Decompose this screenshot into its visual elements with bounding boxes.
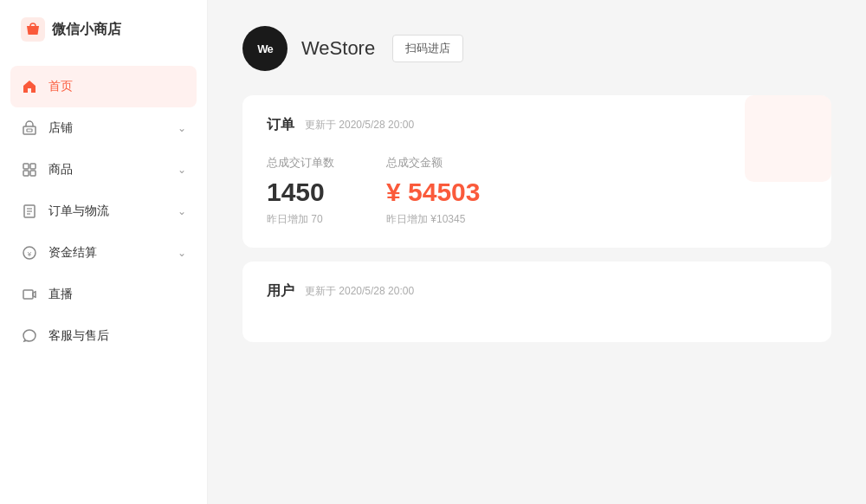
sidebar-item-home-label: 首页 — [48, 79, 186, 94]
service-icon — [21, 327, 38, 345]
users-card-title: 用户 — [267, 282, 294, 300]
orders-card-header: 订单 更新于 2020/5/28 20:00 — [267, 116, 807, 134]
stat-order-amount-value: ¥ 54503 — [386, 178, 480, 207]
store-avatar: We — [242, 26, 288, 71]
home-icon — [21, 78, 38, 95]
sidebar-item-shop[interactable]: 店铺 ⌄ — [0, 107, 207, 149]
goods-icon — [21, 161, 38, 178]
finance-chevron-icon: ⌄ — [178, 247, 186, 259]
svg-rect-6 — [30, 171, 36, 176]
sidebar-item-shop-label: 店铺 — [48, 120, 167, 136]
sidebar-item-goods[interactable]: 商品 ⌄ — [0, 149, 207, 191]
card-deco — [736, 95, 831, 191]
sidebar-item-goods-label: 商品 — [48, 162, 167, 178]
finance-icon: ¥ — [21, 244, 38, 262]
app-logo: 微信小商店 — [0, 0, 207, 59]
orders-card-update: 更新于 2020/5/28 20:00 — [305, 118, 414, 132]
store-avatar-text: We — [257, 42, 272, 55]
sidebar-nav: 首页 店铺 ⌄ 商 — [0, 59, 207, 504]
app-title: 微信小商店 — [52, 21, 121, 39]
stat-order-count-label: 总成交订单数 — [267, 155, 334, 171]
sidebar-item-live-label: 直播 — [48, 287, 186, 302]
users-card: 用户 更新于 2020/5/28 20:00 — [242, 262, 831, 342]
sidebar-item-orders-label: 订单与物流 — [48, 204, 167, 219]
stat-order-count: 总成交订单数 1450 昨日增加 70 — [267, 155, 334, 227]
sidebar-item-finance[interactable]: ¥ 资金结算 ⌄ — [0, 232, 207, 274]
svg-rect-3 — [23, 164, 29, 169]
logo-icon — [21, 17, 45, 42]
shop-icon — [21, 120, 38, 137]
sidebar-item-service[interactable]: 客服与售后 — [0, 315, 207, 357]
svg-rect-15 — [758, 108, 818, 169]
svg-rect-4 — [30, 164, 36, 169]
orders-stats: 总成交订单数 1450 昨日增加 70 总成交金额 ¥ 54503 昨日增加 ¥… — [267, 155, 807, 227]
users-card-header: 用户 更新于 2020/5/28 20:00 — [267, 282, 807, 300]
goods-chevron-icon: ⌄ — [178, 164, 186, 176]
stat-order-amount: 总成交金额 ¥ 54503 昨日增加 ¥10345 — [386, 155, 480, 227]
stat-order-amount-label: 总成交金额 — [386, 155, 443, 171]
sidebar-item-service-label: 客服与售后 — [48, 328, 186, 344]
stat-order-amount-sub: 昨日增加 ¥10345 — [386, 212, 465, 227]
scan-button[interactable]: 扫码进店 — [392, 35, 463, 62]
orders-card: 订单 更新于 2020/5/28 20:00 总成交订单数 1450 昨日增加 … — [242, 95, 831, 248]
orders-icon — [21, 203, 38, 220]
sidebar: 微信小商店 首页 店铺 ⌄ — [0, 0, 208, 504]
svg-rect-2 — [27, 129, 32, 132]
svg-text:¥: ¥ — [27, 250, 32, 258]
stat-order-count-sub: 昨日增加 70 — [267, 212, 323, 227]
orders-chevron-icon: ⌄ — [178, 205, 186, 217]
svg-rect-1 — [23, 126, 36, 134]
stat-order-count-value: 1450 — [267, 178, 325, 207]
sidebar-item-live[interactable]: 直播 — [0, 274, 207, 315]
shop-chevron-icon: ⌄ — [178, 122, 186, 134]
users-card-update: 更新于 2020/5/28 20:00 — [305, 284, 414, 299]
sidebar-item-finance-label: 资金结算 — [48, 245, 167, 261]
svg-rect-13 — [23, 290, 33, 299]
main-content: We WeStore 扫码进店 订单 更新于 2020/5/28 20:00 总… — [208, 0, 866, 504]
orders-card-title: 订单 — [267, 116, 294, 134]
svg-rect-5 — [23, 171, 29, 176]
sidebar-item-home[interactable]: 首页 — [10, 66, 197, 107]
live-icon — [21, 286, 38, 303]
store-header: We WeStore 扫码进店 — [242, 26, 831, 71]
store-name: WeStore — [301, 37, 375, 60]
sidebar-item-orders[interactable]: 订单与物流 ⌄ — [0, 191, 207, 232]
